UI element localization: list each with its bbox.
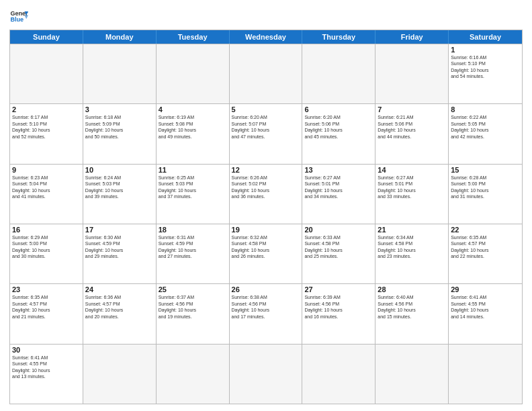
day-number: 13 (304, 166, 373, 174)
page: General Blue SundayMondayTuesdayWednesda… (0, 0, 532, 411)
day-info: Sunrise: 6:41 AM Sunset: 4:55 PM Dayligh… (451, 294, 520, 320)
calendar-cell (10, 44, 83, 103)
calendar-cell: 17Sunrise: 6:30 AM Sunset: 4:59 PM Dayli… (83, 224, 157, 283)
day-number: 2 (12, 105, 81, 113)
header-day-thursday: Thursday (302, 30, 375, 44)
header-day-saturday: Saturday (449, 30, 522, 44)
day-number: 9 (12, 166, 81, 174)
calendar-cell: 28Sunrise: 6:40 AM Sunset: 4:56 PM Dayli… (375, 284, 449, 343)
day-number: 21 (378, 226, 446, 234)
calendar-cell: 1Sunrise: 6:16 AM Sunset: 5:10 PM Daylig… (449, 44, 522, 103)
calendar-cell (375, 44, 449, 103)
header-day-tuesday: Tuesday (157, 30, 230, 44)
calendar-cell: 6Sunrise: 6:20 AM Sunset: 5:06 PM Daylig… (302, 104, 375, 163)
day-number: 4 (159, 105, 227, 113)
day-info: Sunrise: 6:28 AM Sunset: 5:00 PM Dayligh… (451, 175, 520, 200)
logo-icon: General Blue (9, 7, 28, 26)
day-number: 24 (85, 285, 154, 293)
header-day-wednesday: Wednesday (230, 30, 303, 44)
calendar-cell: 23Sunrise: 6:35 AM Sunset: 4:57 PM Dayli… (10, 284, 83, 343)
day-info: Sunrise: 6:18 AM Sunset: 5:09 PM Dayligh… (85, 114, 154, 140)
day-info: Sunrise: 6:16 AM Sunset: 5:10 PM Dayligh… (451, 54, 520, 80)
calendar-cell (302, 44, 375, 103)
header-day-friday: Friday (375, 30, 449, 44)
calendar-cell (449, 345, 522, 404)
calendar-cell: 8Sunrise: 6:22 AM Sunset: 5:05 PM Daylig… (449, 104, 522, 163)
day-number: 19 (232, 226, 300, 234)
calendar-cell: 3Sunrise: 6:18 AM Sunset: 5:09 PM Daylig… (83, 104, 157, 163)
calendar: SundayMondayTuesdayWednesdayThursdayFrid… (9, 30, 523, 404)
day-info: Sunrise: 6:27 AM Sunset: 5:01 PM Dayligh… (378, 175, 446, 200)
day-info: Sunrise: 6:29 AM Sunset: 5:00 PM Dayligh… (12, 234, 81, 260)
calendar-cell: 13Sunrise: 6:27 AM Sunset: 5:01 PM Dayli… (302, 165, 375, 224)
day-number: 26 (232, 285, 300, 293)
day-info: Sunrise: 6:19 AM Sunset: 5:08 PM Dayligh… (159, 114, 227, 140)
calendar-cell: 5Sunrise: 6:20 AM Sunset: 5:07 PM Daylig… (230, 104, 303, 163)
day-info: Sunrise: 6:20 AM Sunset: 5:06 PM Dayligh… (304, 114, 373, 140)
day-number: 3 (85, 105, 154, 113)
day-number: 20 (304, 226, 373, 234)
calendar-cell: 16Sunrise: 6:29 AM Sunset: 5:00 PM Dayli… (10, 224, 83, 283)
day-number: 8 (451, 105, 520, 113)
calendar-cell (83, 44, 157, 103)
day-number: 25 (159, 285, 227, 293)
calendar-cell: 29Sunrise: 6:41 AM Sunset: 4:55 PM Dayli… (449, 284, 522, 343)
calendar-cell: 19Sunrise: 6:32 AM Sunset: 4:58 PM Dayli… (230, 224, 303, 283)
day-info: Sunrise: 6:25 AM Sunset: 5:03 PM Dayligh… (159, 175, 227, 200)
day-info: Sunrise: 6:27 AM Sunset: 5:01 PM Dayligh… (304, 175, 373, 200)
calendar-cell: 4Sunrise: 6:19 AM Sunset: 5:08 PM Daylig… (157, 104, 230, 163)
day-info: Sunrise: 6:30 AM Sunset: 4:59 PM Dayligh… (85, 234, 154, 260)
day-number: 6 (304, 105, 373, 113)
header-day-monday: Monday (83, 30, 157, 44)
calendar-cell: 11Sunrise: 6:25 AM Sunset: 5:03 PM Dayli… (157, 165, 230, 224)
day-info: Sunrise: 6:22 AM Sunset: 5:05 PM Dayligh… (451, 114, 520, 140)
day-info: Sunrise: 6:35 AM Sunset: 4:57 PM Dayligh… (12, 294, 81, 320)
calendar-cell (230, 345, 303, 404)
day-info: Sunrise: 6:21 AM Sunset: 5:06 PM Dayligh… (378, 114, 446, 140)
calendar-cell: 18Sunrise: 6:31 AM Sunset: 4:59 PM Dayli… (157, 224, 230, 283)
calendar-cell: 21Sunrise: 6:34 AM Sunset: 4:58 PM Dayli… (375, 224, 449, 283)
calendar-cell: 9Sunrise: 6:23 AM Sunset: 5:04 PM Daylig… (10, 165, 83, 224)
header: General Blue (9, 7, 523, 26)
day-info: Sunrise: 6:33 AM Sunset: 4:58 PM Dayligh… (304, 234, 373, 260)
calendar-header: SundayMondayTuesdayWednesdayThursdayFrid… (10, 30, 522, 44)
day-info: Sunrise: 6:26 AM Sunset: 5:02 PM Dayligh… (232, 175, 300, 200)
day-number: 11 (159, 166, 227, 174)
day-info: Sunrise: 6:34 AM Sunset: 4:58 PM Dayligh… (378, 234, 446, 260)
calendar-cell (157, 44, 230, 103)
day-info: Sunrise: 6:32 AM Sunset: 4:58 PM Dayligh… (232, 234, 300, 260)
day-info: Sunrise: 6:41 AM Sunset: 4:55 PM Dayligh… (12, 355, 81, 380)
day-number: 10 (85, 166, 154, 174)
calendar-cell: 24Sunrise: 6:36 AM Sunset: 4:57 PM Dayli… (83, 284, 157, 343)
svg-marker-3 (24, 15, 28, 19)
day-number: 16 (12, 226, 81, 234)
day-number: 1 (451, 46, 520, 54)
day-number: 18 (159, 226, 227, 234)
calendar-cell: 22Sunrise: 6:35 AM Sunset: 4:57 PM Dayli… (449, 224, 522, 283)
day-number: 14 (378, 166, 446, 174)
calendar-cell (302, 345, 375, 404)
calendar-cell (157, 345, 230, 404)
calendar-cell: 15Sunrise: 6:28 AM Sunset: 5:00 PM Dayli… (449, 165, 522, 224)
day-info: Sunrise: 6:37 AM Sunset: 4:56 PM Dayligh… (159, 294, 227, 320)
calendar-row-0: 1Sunrise: 6:16 AM Sunset: 5:10 PM Daylig… (10, 44, 522, 103)
day-info: Sunrise: 6:40 AM Sunset: 4:56 PM Dayligh… (378, 294, 446, 320)
day-number: 27 (304, 285, 373, 293)
day-number: 30 (12, 346, 81, 354)
day-info: Sunrise: 6:17 AM Sunset: 5:10 PM Dayligh… (12, 114, 81, 140)
calendar-row-2: 9Sunrise: 6:23 AM Sunset: 5:04 PM Daylig… (10, 164, 522, 224)
day-info: Sunrise: 6:39 AM Sunset: 4:56 PM Dayligh… (304, 294, 373, 320)
calendar-cell: 14Sunrise: 6:27 AM Sunset: 5:01 PM Dayli… (375, 165, 449, 224)
day-number: 12 (232, 166, 300, 174)
day-info: Sunrise: 6:38 AM Sunset: 4:56 PM Dayligh… (232, 294, 300, 320)
calendar-cell (230, 44, 303, 103)
day-number: 5 (232, 105, 300, 113)
day-number: 17 (85, 226, 154, 234)
calendar-cell: 2Sunrise: 6:17 AM Sunset: 5:10 PM Daylig… (10, 104, 83, 163)
calendar-cell: 7Sunrise: 6:21 AM Sunset: 5:06 PM Daylig… (375, 104, 449, 163)
calendar-cell: 30Sunrise: 6:41 AM Sunset: 4:55 PM Dayli… (10, 345, 83, 404)
header-day-sunday: Sunday (10, 30, 83, 44)
calendar-cell: 12Sunrise: 6:26 AM Sunset: 5:02 PM Dayli… (230, 165, 303, 224)
calendar-row-4: 23Sunrise: 6:35 AM Sunset: 4:57 PM Dayli… (10, 283, 522, 343)
calendar-cell: 20Sunrise: 6:33 AM Sunset: 4:58 PM Dayli… (302, 224, 375, 283)
